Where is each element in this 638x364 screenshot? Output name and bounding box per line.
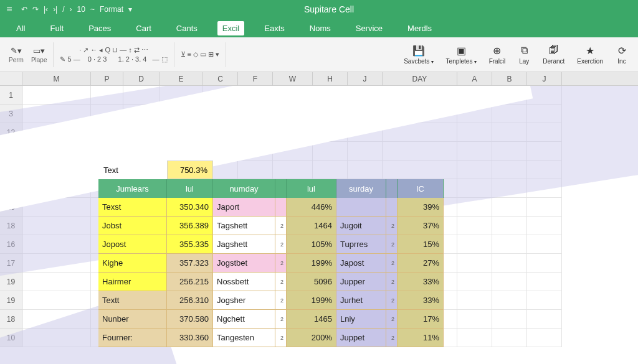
table-cell[interactable]: 357.323 [167,254,213,273]
table-cell[interactable]: 2 [275,329,287,347]
ribbon-btn-inc[interactable]: ⟳Inc [611,43,633,66]
text-value[interactable]: 750.3% [167,161,213,179]
row-header[interactable]: 12 [0,123,22,142]
table-cell[interactable]: 199% [287,291,336,310]
table-cell[interactable]: 2 [275,235,287,254]
ribbon-group-perm[interactable]: ✎▾ Perm [5,46,27,63]
chevron-down-icon[interactable]: ▾ [128,5,132,14]
ribbon-btn-deranct[interactable]: 🗐Deranct [538,43,569,66]
cell[interactable] [348,123,383,142]
col-header-J[interactable]: J [348,72,383,85]
table-cell[interactable]: Jobst [98,217,167,235]
cell[interactable] [313,142,348,161]
row-header[interactable]: 16 [0,235,22,254]
table-cell[interactable]: Fourner: [98,329,167,347]
cell[interactable] [203,123,238,142]
cell[interactable] [492,86,527,105]
cell[interactable] [527,105,562,123]
cell[interactable] [348,86,383,105]
cell[interactable] [492,142,527,161]
cell[interactable] [527,217,562,235]
row-header[interactable]: 3 [0,105,22,123]
ribbon-btn-lay[interactable]: ⧉Lay [513,43,535,66]
redo-icon[interactable]: ↷ [32,5,39,14]
table-cell[interactable]: Japost [336,254,386,273]
table-cell[interactable]: 2 [275,310,287,329]
table-cell[interactable]: 2 [386,329,398,347]
cell[interactable] [160,86,203,105]
table-header-cell[interactable] [275,179,287,198]
cell[interactable] [313,123,348,142]
cell[interactable] [22,235,91,254]
cell[interactable] [527,161,562,179]
cell[interactable] [160,123,203,142]
hamburger-icon[interactable]: ≡ [0,4,19,15]
table-cell[interactable]: 2 [386,217,398,235]
grid-area[interactable]: 13121314151918161719191810 Text 750.3% J… [0,86,638,364]
cell[interactable] [313,105,348,123]
cell[interactable] [457,142,492,161]
table-cell[interactable]: Jogstbet [213,254,275,273]
menu-item-fult[interactable]: Fult [45,21,69,35]
menu-item-cants[interactable]: Cants [171,21,202,35]
table-cell[interactable]: 39% [398,198,444,217]
col-header-D[interactable]: D [123,72,160,85]
cell[interactable] [383,105,457,123]
table-cell[interactable]: Tuprres [336,235,386,254]
table-cell[interactable]: 2 [275,254,287,273]
cell[interactable] [527,273,562,291]
table-cell[interactable]: 370.580 [167,310,213,329]
cell[interactable] [527,254,562,273]
cell[interactable] [22,273,91,291]
cell[interactable] [383,142,457,161]
table-cell[interactable]: Jurhet [336,291,386,310]
col-header-DAY[interactable]: DAY [383,72,457,85]
table-cell[interactable]: Tangesten [213,329,275,347]
cell[interactable] [123,123,160,142]
cell[interactable] [457,105,492,123]
table-cell[interactable] [275,198,287,217]
table-cell[interactable]: Lniy [336,310,386,329]
col-header-J[interactable]: J [527,72,562,85]
table-cell[interactable]: Jogsher [213,291,275,310]
format-dropdown[interactable]: Format [100,5,123,14]
cell[interactable] [492,254,527,273]
table-cell[interactable]: 2 [386,310,398,329]
cell[interactable] [527,86,562,105]
cell[interactable] [238,105,273,123]
cell[interactable] [492,329,527,347]
cell[interactable] [203,105,238,123]
table-cell[interactable] [336,198,386,217]
cell[interactable] [383,123,457,142]
col-header-E[interactable]: E [160,72,203,85]
table-header-cell[interactable]: Jumlears [98,179,167,198]
cell[interactable] [457,198,492,217]
ribbon-btn-exerction[interactable]: ★Exerction [572,43,608,66]
cell[interactable] [492,179,527,198]
cell[interactable] [492,310,527,329]
table-cell[interactable]: 33% [398,273,444,291]
table-cell[interactable]: 2 [386,273,398,291]
cell[interactable] [492,217,527,235]
cell[interactable] [527,329,562,347]
cell[interactable] [123,142,160,161]
table-cell[interactable]: 199% [287,254,336,273]
table-cell[interactable]: Jupper [336,273,386,291]
cell[interactable] [91,142,123,161]
cell[interactable] [22,310,91,329]
table-cell[interactable]: Textt [98,291,167,310]
table-cell[interactable]: Juppet [336,329,386,347]
cell[interactable] [160,142,203,161]
table-header-cell[interactable]: surday [336,179,386,198]
table-header-cell[interactable] [386,179,398,198]
table-cell[interactable]: 2 [386,254,398,273]
table-cell[interactable]: 105% [287,235,336,254]
row-header[interactable]: 19 [0,198,22,217]
cell[interactable] [22,161,91,179]
table-cell[interactable]: Jugoit [336,217,386,235]
cell[interactable] [203,86,238,105]
table-cell[interactable]: Kighe [98,254,167,273]
menu-item-paces[interactable]: Paces [83,21,116,35]
cell[interactable] [160,105,203,123]
cell[interactable] [527,179,562,198]
